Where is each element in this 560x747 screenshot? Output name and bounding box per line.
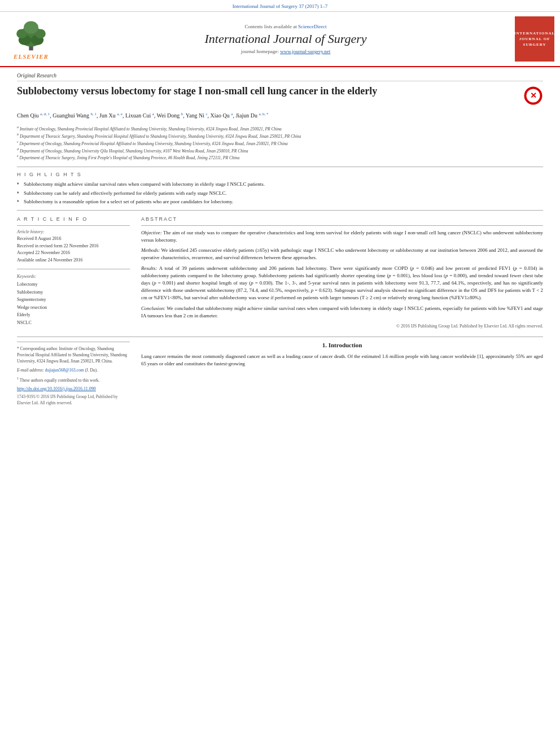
email-note: E-mail address: dujiajun568@163.com (J. … xyxy=(17,367,130,373)
info-divider xyxy=(17,225,130,226)
journal-center: Contents lists available at ScienceDirec… xyxy=(62,24,509,54)
affiliation-d: Department of Oncology, Shandong Univers… xyxy=(20,148,248,153)
journal-homepage: journal homepage: www.journal-surgery.ne… xyxy=(62,49,509,54)
corresponding-author-note: * Corresponding author. Institute of Onc… xyxy=(17,346,130,365)
highlights-section: H I G H L I G H T S Sublobectomy might a… xyxy=(17,172,543,206)
journal-header: ELSEVIER Contents lists available at Sci… xyxy=(0,12,560,67)
article-info-abstract-row: A R T I C L E I N F O Article history: R… xyxy=(17,216,543,330)
authors-line: Chen Qiu a, d, 1, Guanghui Wang b, 1, Ju… xyxy=(17,111,543,120)
revised-date: Received in revised form 22 November 201… xyxy=(17,243,98,248)
keyword-lobectomy: Lobectomy xyxy=(17,281,130,289)
abstract-col: ABSTRACT Objective: The aim of our study… xyxy=(141,216,543,330)
main-content: Original Research Sublobectomy versus lo… xyxy=(0,67,560,406)
svg-text:✕: ✕ xyxy=(530,91,537,100)
affiliation-a: Institute of Oncology, Shandong Provinci… xyxy=(20,126,282,132)
introduction-text: Lung cancer remains the most commonly di… xyxy=(141,353,543,368)
sciencedirect-prefix: Contents lists available at xyxy=(245,24,297,29)
keyword-nsclc: NSCLC xyxy=(17,319,130,327)
homepage-label: journal homepage: xyxy=(241,49,279,54)
keywords-section: Keywords: Lobectomy Sublobectomy Segment… xyxy=(17,274,130,327)
article-type: Original Research xyxy=(17,73,543,81)
intro-title-text: Introduction xyxy=(329,342,362,348)
doi-link[interactable]: http://dx.doi.org/10.1016/j.ijsu.2016.11… xyxy=(17,386,96,391)
homepage-url[interactable]: www.journal-surgery.net xyxy=(280,49,330,54)
article-history-label: Article history: xyxy=(17,229,130,234)
email-link[interactable]: dujiajun568@163.com xyxy=(45,368,84,373)
keyword-segmentectomy: Segmentectomy xyxy=(17,296,130,304)
footnotes-col: * Corresponding author. Institute of Onc… xyxy=(17,342,130,406)
elsevier-tree-icon xyxy=(8,18,54,52)
abstract-objective: Objective: The aim of our study was to c… xyxy=(141,229,543,244)
abstract-label: ABSTRACT xyxy=(141,216,543,222)
journal-citation: International Journal of Surgery 37 (201… xyxy=(233,3,327,9)
doi-line[interactable]: http://dx.doi.org/10.1016/j.ijsu.2016.11… xyxy=(17,386,130,392)
article-info-col: A R T I C L E I N F O Article history: R… xyxy=(17,216,130,330)
affiliations: a Institute of Oncology, Shandong Provin… xyxy=(17,125,543,161)
elsevier-label: ELSEVIER xyxy=(14,53,49,60)
highlight-item-1: Sublobectomy might achieve similar survi… xyxy=(17,181,543,188)
highlight-item-2: Sublobectomy can be safely and effective… xyxy=(17,190,543,197)
abstract-text: Objective: The aim of our study was to c… xyxy=(141,229,543,330)
affiliation-b: Department of Thoracic Surgery, Shandong… xyxy=(20,134,301,139)
equal-contribution-note: 1 These authors equally contributed to t… xyxy=(17,375,130,383)
sciencedirect-line: Contents lists available at ScienceDirec… xyxy=(62,24,509,29)
article-title-row: Sublobectomy versus lobectomy for stage … xyxy=(17,85,543,106)
affiliation-c: Department of Oncology, Shandong Provinc… xyxy=(20,141,288,146)
journal-citation-bar: International Journal of Surgery 37 (201… xyxy=(0,0,560,12)
introduction-col: 1. Introduction Lung cancer remains the … xyxy=(141,342,543,406)
abstract-divider xyxy=(141,225,543,226)
intro-section-number: 1. xyxy=(322,342,327,348)
keyword-sublobectomy: Sublobectomy xyxy=(17,289,130,296)
affiliation-e: Department of Thoracic Surgery, Jining F… xyxy=(20,155,240,160)
svg-point-6 xyxy=(24,21,38,34)
issn-line: 1743-9191/© 2016 IJS Publishing Group Lt… xyxy=(17,394,130,407)
crossmark-icon: ✕ xyxy=(523,86,543,106)
highlight-item-3: Sublobectomy is a reasonable option for … xyxy=(17,198,543,206)
abstract-methods: Methods: We identified 245 consecutive e… xyxy=(141,247,543,261)
journal-cover-image: INTERNATIONAL JOURNAL OF SURGERY xyxy=(515,16,554,62)
elsevier-logo: ELSEVIER xyxy=(6,18,56,60)
divider-2 xyxy=(17,210,543,211)
keywords-label: Keywords: xyxy=(17,274,130,279)
article-info-label: A R T I C L E I N F O xyxy=(17,216,130,222)
divider-1 xyxy=(17,167,543,167)
highlights-label: H I G H L I G H T S xyxy=(17,172,543,177)
article-dates: Received 8 August 2016 Received in revis… xyxy=(17,235,130,264)
accepted-date: Accepted 22 November 2016 xyxy=(17,250,70,255)
sciencedirect-link[interactable]: ScienceDirect xyxy=(298,24,326,29)
introduction-title: 1. Introduction xyxy=(141,342,543,348)
divider-3 xyxy=(17,337,543,337)
article-title: Sublobectomy versus lobectomy for stage … xyxy=(17,85,518,98)
abstract-results: Results: A total of 39 patients underwen… xyxy=(141,265,543,302)
available-date: Available online 24 November 2016 xyxy=(17,257,82,263)
keyword-elderly: Elderly xyxy=(17,311,130,319)
received-date: Received 8 August 2016 xyxy=(17,236,61,241)
keyword-wedge: Wedge resection xyxy=(17,304,130,312)
copyright-line: © 2016 IJS Publishing Group Ltd. Publish… xyxy=(141,323,543,330)
bottom-row: * Corresponding author. Institute of Onc… xyxy=(17,342,543,406)
journal-title: International Journal of Surgery xyxy=(62,32,509,46)
abstract-conclusion: Conclusion: We concluded that sublobecto… xyxy=(141,305,543,320)
keywords-divider xyxy=(17,269,130,269)
